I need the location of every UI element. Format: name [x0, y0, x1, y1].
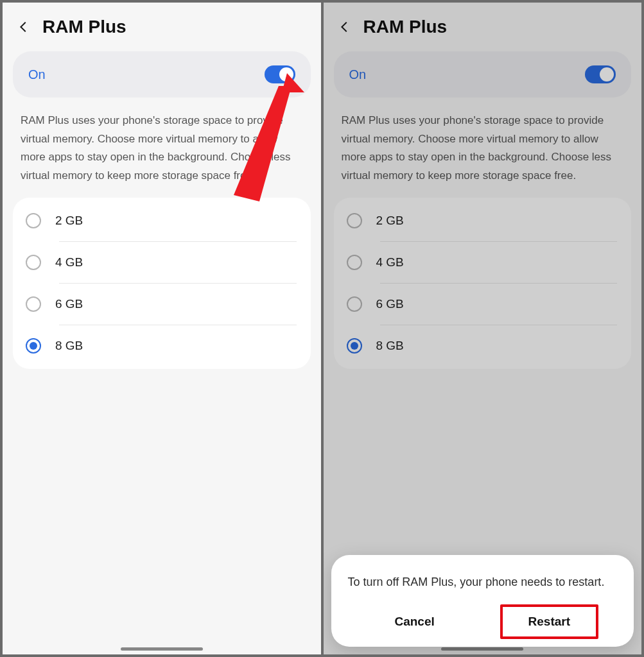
option-4gb[interactable]: 4 GB — [334, 242, 632, 283]
right-screenshot: RAM Plus On RAM Plus uses your phone's s… — [324, 3, 642, 654]
toggle-card[interactable]: On — [334, 51, 632, 98]
toggle-card[interactable]: On — [13, 51, 311, 98]
back-icon[interactable] — [338, 20, 352, 34]
home-indicator[interactable] — [121, 647, 203, 651]
option-8gb[interactable]: 8 GB — [13, 325, 311, 366]
left-content: RAM Plus On RAM Plus uses your phone's s… — [3, 3, 321, 654]
description-text: RAM Plus uses your phone's storage space… — [324, 98, 642, 198]
options-list: 2 GB 4 GB 6 GB 8 GB — [13, 198, 311, 369]
option-label: 8 GB — [55, 339, 83, 353]
option-2gb[interactable]: 2 GB — [13, 200, 311, 241]
toggle-label: On — [349, 67, 367, 82]
option-label: 4 GB — [376, 255, 404, 269]
page-title: RAM Plus — [363, 17, 448, 37]
option-label: 4 GB — [55, 255, 83, 269]
toggle-switch[interactable] — [585, 65, 616, 83]
header: RAM Plus — [3, 3, 321, 49]
radio-icon — [26, 255, 41, 270]
popup-message: To turn off RAM Plus, your phone needs t… — [348, 573, 618, 592]
option-label: 2 GB — [55, 214, 83, 228]
option-label: 8 GB — [376, 339, 404, 353]
header: RAM Plus — [324, 3, 642, 49]
radio-icon — [26, 296, 41, 312]
option-2gb[interactable]: 2 GB — [334, 200, 632, 241]
option-8gb[interactable]: 8 GB — [334, 325, 632, 366]
toggle-label: On — [28, 67, 46, 82]
home-indicator[interactable] — [441, 647, 523, 651]
restart-popup: To turn off RAM Plus, your phone needs t… — [331, 555, 634, 647]
restart-button[interactable]: Restart — [509, 607, 589, 636]
option-label: 6 GB — [376, 297, 404, 311]
description-text: RAM Plus uses your phone's storage space… — [3, 98, 321, 198]
toggle-knob — [279, 67, 293, 81]
toggle-knob — [600, 67, 614, 81]
option-6gb[interactable]: 6 GB — [334, 284, 632, 325]
radio-icon — [26, 213, 41, 228]
option-4gb[interactable]: 4 GB — [13, 242, 311, 283]
option-label: 2 GB — [376, 214, 404, 228]
radio-icon — [347, 213, 362, 228]
options-list: 2 GB 4 GB 6 GB 8 GB — [334, 198, 632, 369]
back-icon[interactable] — [17, 20, 31, 34]
option-6gb[interactable]: 6 GB — [13, 284, 311, 325]
popup-actions: Cancel Restart — [348, 607, 618, 636]
page-title: RAM Plus — [42, 17, 126, 37]
radio-icon — [347, 296, 362, 312]
option-label: 6 GB — [55, 297, 83, 311]
radio-icon — [26, 338, 41, 354]
toggle-switch[interactable] — [265, 65, 295, 83]
radio-icon — [347, 255, 362, 270]
left-screenshot: RAM Plus On RAM Plus uses your phone's s… — [3, 3, 321, 654]
cancel-button[interactable]: Cancel — [375, 607, 453, 636]
radio-icon — [347, 338, 362, 354]
